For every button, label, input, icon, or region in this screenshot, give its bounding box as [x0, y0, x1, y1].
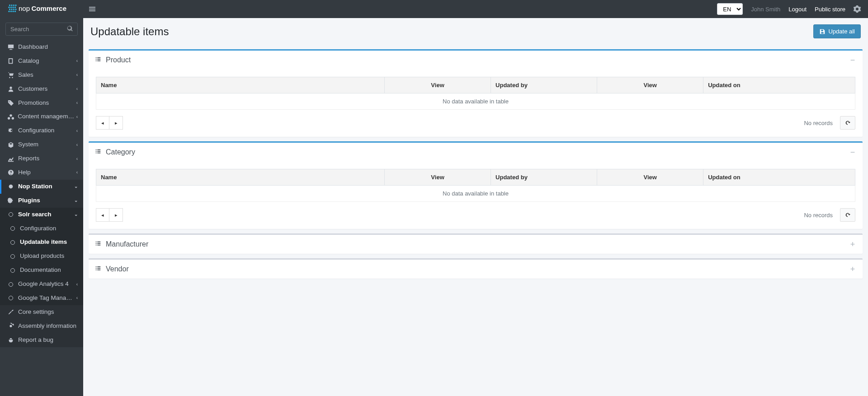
panel-title: Manufacturer — [106, 240, 844, 248]
sidebar-item-catalog[interactable]: Catalog ‹ — [0, 54, 83, 68]
refresh-icon — [844, 212, 851, 218]
nopcommerce-logo-icon: nop Commerce — [8, 3, 75, 15]
sidebar-item-label: Nop Station — [18, 182, 72, 191]
sidebar-item-label: Promotions — [18, 99, 75, 107]
sidebar-item-promotions[interactable]: Promotions ‹ — [0, 96, 83, 110]
svg-point-11 — [15, 9, 16, 10]
sidebar-item-label: Sales — [18, 71, 75, 79]
pager-next-button[interactable]: ▸ — [109, 116, 123, 130]
brand-logo[interactable]: nop Commerce — [0, 0, 83, 18]
collapse-button[interactable]: − — [849, 148, 856, 156]
panel-header[interactable]: Vendor + — [89, 260, 863, 279]
sidebar-item-label: Catalog — [18, 57, 75, 65]
content-area: Updatable items Update all Product − Nam… — [83, 18, 868, 288]
sidebar-item-google-analytics-4[interactable]: Google Analytics 4 ‹ — [0, 277, 83, 288]
sidebar-item-label: Configuration — [20, 224, 78, 233]
circle-icon — [6, 212, 15, 217]
sidebar-item-label: Documentation — [20, 266, 78, 275]
logout-link[interactable]: Logout — [788, 6, 807, 13]
svg-point-8 — [9, 9, 10, 10]
sidebar-item-label: Upload products — [20, 252, 78, 261]
pager: ◂ ▸ No records — [96, 116, 855, 130]
svg-point-18 — [9, 185, 13, 189]
col-view: View — [385, 169, 491, 186]
list-icon — [95, 56, 101, 64]
refresh-button[interactable] — [840, 116, 855, 130]
sidebar-item-solr-upload-products[interactable]: Upload products — [0, 249, 83, 263]
col-view: View — [385, 77, 491, 93]
panel-manufacturer: Manufacturer + — [89, 233, 863, 254]
pager-next-button[interactable]: ▸ — [109, 208, 123, 222]
sidebar-toggle-button[interactable] — [83, 0, 101, 18]
expand-button[interactable]: + — [849, 240, 856, 248]
expand-button[interactable]: + — [849, 265, 856, 273]
pager-prev-button[interactable]: ◂ — [96, 208, 109, 222]
sidebar-item-label: Customers — [18, 85, 75, 93]
question-circle-icon — [6, 169, 15, 176]
svg-point-14 — [12, 11, 14, 12]
cubes-icon — [6, 114, 15, 120]
panel-header[interactable]: Category − — [89, 143, 863, 162]
chevron-left-icon: ‹ — [76, 114, 78, 120]
update-all-button[interactable]: Update all — [813, 24, 861, 38]
sidebar-item-configuration[interactable]: Configuration ‹ — [0, 124, 83, 138]
svg-point-5 — [10, 7, 12, 8]
sidebar-item-label: Content management — [18, 112, 74, 121]
svg-point-0 — [9, 5, 10, 6]
col-updated-on: Updated on — [703, 77, 855, 93]
col-updated-by: Updated by — [491, 169, 597, 186]
pager: ◂ ▸ No records — [96, 208, 855, 222]
panel-header[interactable]: Product − — [89, 51, 863, 70]
sidebar-item-reports[interactable]: Reports ‹ — [0, 152, 83, 166]
chevron-left-icon: ‹ — [76, 281, 78, 288]
panel-product: Product − Name View Updated by View Upda… — [89, 49, 863, 137]
sidebar-item-help[interactable]: Help ‹ — [0, 166, 83, 180]
sidebar-item-sales[interactable]: Sales ‹ — [0, 68, 83, 82]
username-label: John Smith — [751, 6, 780, 13]
circle-icon — [8, 254, 17, 259]
sidebar-item-label: Updatable items — [20, 238, 78, 247]
sidebar-item-content-management[interactable]: Content management ‹ — [0, 110, 83, 124]
sidebar-item-plugins[interactable]: Plugins ⌄ — [0, 194, 83, 208]
sidebar-item-solr-updatable-items[interactable]: Updatable items — [0, 235, 83, 249]
svg-point-9 — [11, 9, 12, 10]
language-select[interactable]: EN — [717, 3, 743, 15]
sidebar-item-system[interactable]: System ‹ — [0, 138, 83, 152]
chevron-left-icon: ‹ — [76, 142, 78, 148]
svg-point-12 — [8, 11, 9, 12]
chevron-down-icon: ⌄ — [74, 183, 78, 190]
settings-gear-button[interactable] — [854, 5, 861, 13]
empty-row: No data available in table — [96, 93, 855, 110]
cart-icon — [6, 72, 15, 78]
button-label: Update all — [828, 28, 855, 35]
public-store-link[interactable]: Public store — [815, 6, 845, 13]
refresh-button[interactable] — [840, 208, 855, 222]
circle-icon — [6, 282, 15, 287]
list-icon — [95, 265, 101, 273]
refresh-icon — [844, 120, 851, 126]
sidebar-item-label: Help — [18, 168, 75, 177]
svg-point-3 — [15, 5, 16, 6]
book-icon — [6, 58, 15, 64]
panel-title: Vendor — [106, 265, 844, 273]
empty-row: No data available in table — [96, 186, 855, 202]
sidebar-item-solr-search[interactable]: Solr search ⌄ — [0, 208, 83, 222]
pager-prev-button[interactable]: ◂ — [96, 116, 109, 130]
list-icon — [95, 148, 101, 156]
sidebar-search-input[interactable] — [5, 23, 78, 36]
bars-icon — [89, 5, 96, 13]
sidebar-item-nop-station[interactable]: Nop Station ⌄ — [0, 180, 83, 194]
chevron-left-icon: ‹ — [76, 86, 78, 92]
col-updated-on: Updated on — [703, 169, 855, 186]
sidebar-item-dashboard[interactable]: Dashboard — [0, 40, 83, 54]
panel-vendor: Vendor + — [89, 258, 863, 279]
sidebar-item-solr-configuration[interactable]: Configuration — [0, 222, 83, 236]
panel-category: Category − Name View Updated by View Upd… — [89, 141, 863, 229]
sidebar-item-solr-documentation[interactable]: Documentation — [0, 263, 83, 277]
product-table: Name View Updated by View Updated on No … — [96, 77, 855, 110]
chevron-left-icon: ‹ — [76, 169, 78, 176]
panel-header[interactable]: Manufacturer + — [89, 235, 863, 254]
top-navbar: nop Commerce EN John Smith Logout Public… — [0, 0, 868, 18]
collapse-button[interactable]: − — [849, 56, 856, 64]
sidebar-item-customers[interactable]: Customers ‹ — [0, 82, 83, 96]
